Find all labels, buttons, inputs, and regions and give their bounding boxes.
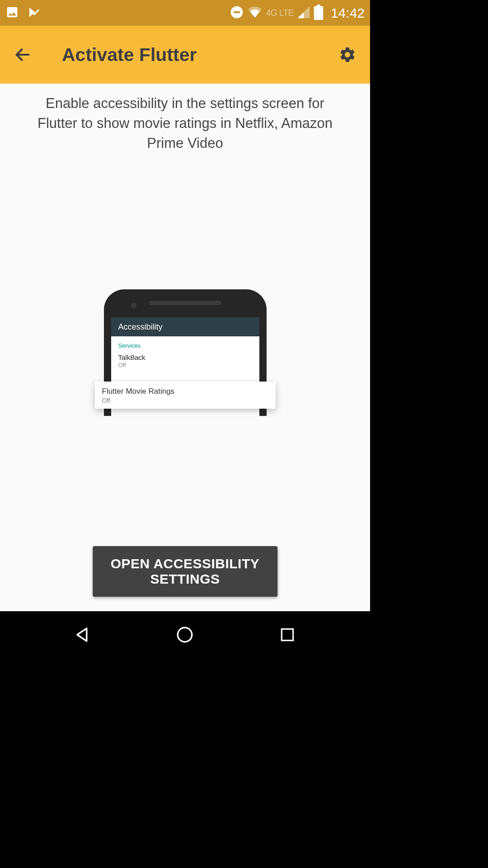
phone-speaker xyxy=(149,301,221,305)
nav-back-button[interactable] xyxy=(71,623,94,646)
page-title: Activate Flutter xyxy=(62,44,197,66)
battery-icon xyxy=(314,5,324,22)
svg-rect-6 xyxy=(282,629,293,640)
instructions-text: Enable accessibility in the settings scr… xyxy=(0,84,370,153)
nav-recent-button[interactable] xyxy=(276,623,299,646)
phone-item-title: TalkBack xyxy=(118,354,252,361)
popup-title: Flutter Movie Ratings xyxy=(102,387,268,396)
triangle-back-icon xyxy=(73,625,92,644)
phone-item-subtitle: Off xyxy=(118,362,252,368)
wifi-icon xyxy=(247,5,263,21)
gear-icon xyxy=(338,45,357,65)
signal-icon xyxy=(296,5,311,21)
phone-list-item: TalkBack Off xyxy=(111,352,259,372)
app-bar: Activate Flutter xyxy=(0,26,370,84)
photo-icon xyxy=(5,5,19,21)
svg-rect-2 xyxy=(314,6,323,20)
svg-rect-1 xyxy=(234,11,240,13)
dnd-icon xyxy=(230,5,244,21)
popup-subtitle: Off xyxy=(102,397,268,404)
phone-camera-dot xyxy=(131,303,136,308)
nav-home-button[interactable] xyxy=(174,623,196,646)
play-check-icon xyxy=(27,5,41,21)
back-button[interactable] xyxy=(14,46,32,64)
phone-header-title: Accessibility xyxy=(118,322,163,332)
phone-section-label: Services xyxy=(111,336,259,352)
arrow-left-icon xyxy=(14,45,32,64)
svg-rect-3 xyxy=(317,5,320,7)
popup-card: Flutter Movie Ratings Off xyxy=(95,382,276,409)
settings-button[interactable] xyxy=(338,46,357,64)
navigation-bar xyxy=(0,611,370,658)
status-bar: 4G LTE 14:42 xyxy=(0,0,370,26)
network-type-label: 4G LTE xyxy=(266,8,293,18)
circle-home-icon xyxy=(175,625,194,644)
svg-point-5 xyxy=(178,627,192,642)
main-content: Enable accessibility in the settings scr… xyxy=(0,84,370,611)
phone-illustration: Accessibility Services TalkBack Off Flut… xyxy=(104,289,267,416)
open-accessibility-button[interactable]: OPEN ACCESSIBILITY SETTINGS xyxy=(93,546,278,597)
status-time: 14:42 xyxy=(331,5,365,21)
square-recent-icon xyxy=(279,626,296,643)
phone-screen-header: Accessibility xyxy=(111,317,259,336)
